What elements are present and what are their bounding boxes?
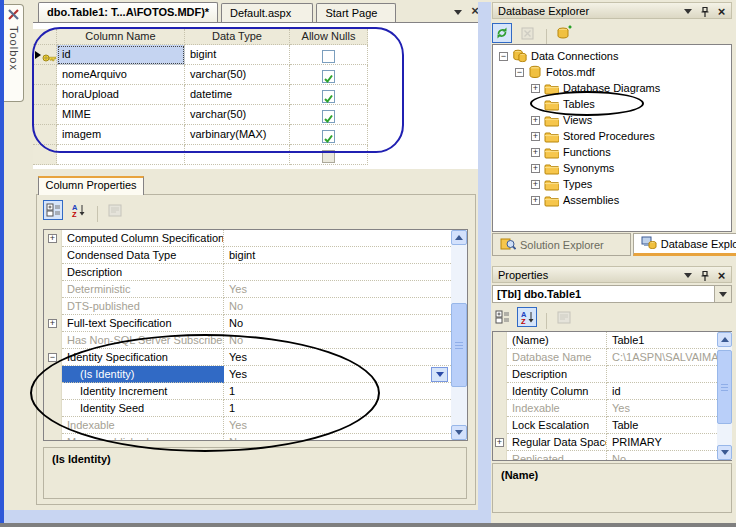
expand-icon[interactable]: + — [495, 438, 504, 447]
property-name[interactable]: Has Non-SQL Server Subscriber — [62, 332, 224, 349]
property-name[interactable]: Lock Escalation — [507, 417, 607, 434]
property-row[interactable]: −Identity SpecificationYes — [44, 349, 467, 366]
property-name[interactable]: Full-text Specification — [62, 315, 224, 332]
data-type-cell[interactable]: bigint — [185, 45, 290, 65]
scrollbar-thumb[interactable] — [451, 303, 467, 387]
tree-item-fotos-mdf[interactable]: −Fotos.mdf — [499, 64, 731, 80]
column-name-cell[interactable]: horaUpload — [57, 85, 185, 105]
allow-nulls-checkbox[interactable] — [322, 130, 335, 143]
expand-icon[interactable]: + — [48, 319, 57, 328]
property-value[interactable]: Table — [607, 417, 731, 434]
property-row[interactable]: Lock EscalationTable — [493, 417, 731, 434]
property-value[interactable]: No — [224, 298, 467, 315]
expand-icon[interactable]: + — [531, 148, 540, 157]
allow-nulls-cell[interactable] — [290, 65, 368, 85]
property-value[interactable] — [607, 366, 731, 383]
scroll-down-icon[interactable] — [717, 445, 732, 460]
expand-icon[interactable]: + — [531, 116, 540, 125]
collapse-icon[interactable]: − — [48, 353, 57, 362]
document-tab-start-page[interactable]: Start Page — [316, 3, 396, 22]
row-header[interactable] — [33, 105, 57, 125]
window-menu-icon[interactable] — [681, 269, 694, 282]
property-value[interactable]: Yes — [224, 417, 467, 434]
table-row[interactable]: nomeArquivovarchar(50) — [33, 65, 478, 85]
property-name[interactable]: Condensed Data Type — [62, 247, 224, 264]
property-name[interactable]: Description — [62, 264, 224, 281]
row-header[interactable] — [33, 85, 57, 105]
property-row[interactable]: IndexableYes — [44, 417, 467, 434]
horizontal-splitter[interactable] — [4, 510, 491, 523]
row-header[interactable] — [33, 45, 57, 65]
allow-nulls-checkbox[interactable] — [322, 90, 335, 103]
scroll-up-icon[interactable] — [451, 230, 467, 245]
property-value[interactable]: 1 — [224, 383, 467, 400]
sort-alphabetical-icon[interactable]: AZ — [517, 307, 537, 327]
close-icon[interactable]: × — [715, 5, 728, 18]
property-row[interactable]: DeterministicYes — [44, 281, 467, 298]
collapse-icon[interactable]: − — [515, 68, 524, 77]
expand-icon[interactable]: + — [531, 132, 540, 141]
property-name[interactable]: Identity Column — [507, 383, 607, 400]
vertical-splitter[interactable] — [478, 2, 491, 510]
property-name[interactable]: Computed Column Specification — [62, 230, 224, 247]
property-row[interactable]: Identity Increment1 — [44, 383, 467, 400]
property-name[interactable]: DTS-published — [62, 298, 224, 315]
property-name[interactable]: Indexable — [62, 417, 224, 434]
allow-nulls-cell[interactable] — [290, 105, 368, 125]
expand-icon[interactable]: + — [48, 234, 57, 243]
expand-icon[interactable]: + — [531, 180, 540, 189]
allow-nulls-checkbox[interactable] — [322, 50, 335, 63]
property-name[interactable]: (Is Identity) — [62, 366, 224, 383]
allow-nulls-checkbox[interactable] — [322, 150, 335, 163]
property-name[interactable]: Indexable — [507, 400, 607, 417]
column-name-cell[interactable]: MIME — [57, 105, 185, 125]
column-name-cell[interactable]: nomeArquivo — [57, 65, 185, 85]
categorized-icon[interactable] — [43, 200, 63, 220]
column-name-cell[interactable]: imagem — [57, 125, 185, 145]
tree-item-data-connections[interactable]: −Data Connections — [499, 48, 731, 64]
categorized-icon[interactable] — [492, 307, 512, 327]
row-header[interactable] — [33, 65, 57, 85]
collapse-icon[interactable]: − — [499, 52, 508, 61]
sort-alphabetical-icon[interactable]: AZ — [68, 200, 88, 220]
tree-item-types[interactable]: +Types — [499, 176, 731, 192]
property-row[interactable]: +Regular Data SpacePRIMARY — [493, 434, 731, 451]
properties-object-selector[interactable]: [Tbl] dbo.Table1 — [492, 285, 732, 303]
chevron-down-icon[interactable] — [714, 286, 731, 302]
property-row[interactable]: +Computed Column Specification — [44, 230, 467, 247]
property-row[interactable]: Has Non-SQL Server SubscriberNo — [44, 332, 467, 349]
property-name[interactable]: Merge-published — [62, 434, 224, 441]
property-row[interactable]: DTS-publishedNo — [44, 298, 467, 315]
property-value[interactable]: Yes — [224, 349, 467, 366]
property-name[interactable]: Database Name — [507, 349, 607, 366]
expand-icon[interactable]: + — [531, 164, 540, 173]
property-row[interactable]: Identity Seed1 — [44, 400, 467, 417]
property-name[interactable]: Identity Specification — [62, 349, 224, 366]
property-name[interactable]: Replicated — [507, 451, 607, 461]
document-tab-table-designer[interactable]: dbo.Table1: T...A\FOTOS.MDF)* — [38, 2, 218, 22]
add-connection-icon[interactable] — [554, 22, 574, 42]
tree-item-database-diagrams[interactable]: +Database Diagrams — [499, 80, 731, 96]
property-value[interactable]: Yes — [607, 400, 731, 417]
allow-nulls-cell[interactable] — [290, 145, 368, 165]
property-row[interactable]: ReplicatedNo — [493, 451, 731, 461]
expand-icon[interactable]: + — [531, 196, 540, 205]
tab-solution-explorer[interactable]: Solution Explorer — [492, 233, 631, 256]
property-value[interactable] — [224, 230, 467, 247]
property-row[interactable]: +Full-text SpecificationNo — [44, 315, 467, 332]
tree-item-tables[interactable]: Tables — [499, 96, 731, 112]
close-icon[interactable]: × — [715, 269, 728, 282]
property-name[interactable]: Description — [507, 366, 607, 383]
row-header[interactable] — [33, 145, 57, 165]
table-row[interactable]: horaUploaddatetime — [33, 85, 478, 105]
tree-item-views[interactable]: +Views — [499, 112, 731, 128]
toolbox-tab[interactable]: Toolbox — [4, 4, 24, 102]
column-name-cell[interactable]: id — [57, 45, 185, 65]
row-header[interactable] — [33, 125, 57, 145]
table-row[interactable]: MIMEvarchar(50) — [33, 105, 478, 125]
property-value[interactable]: id — [607, 383, 731, 400]
allow-nulls-cell[interactable] — [290, 45, 368, 65]
property-name[interactable]: Deterministic — [62, 281, 224, 298]
property-row[interactable]: Identity Columnid — [493, 383, 731, 400]
tree-item-synonyms[interactable]: +Synonyms — [499, 160, 731, 176]
